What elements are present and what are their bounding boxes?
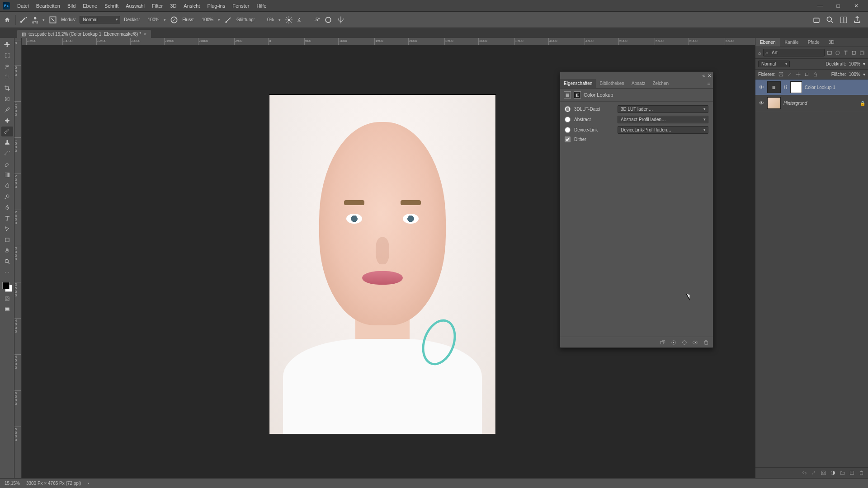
close-window-button[interactable]: ✕ [847, 1, 865, 10]
hand-tool[interactable] [1, 246, 13, 256]
layer-filter-dropdown[interactable]: Art [763, 49, 825, 56]
filter-smart-icon[interactable] [859, 50, 865, 56]
gradient-tool[interactable] [1, 170, 13, 180]
close-tab-icon[interactable]: × [144, 31, 146, 37]
tab-ebenen[interactable]: Ebenen [755, 38, 780, 47]
healing-brush-tool[interactable] [1, 116, 13, 126]
search-icon[interactable] [826, 15, 835, 24]
lock-all-icon[interactable] [812, 71, 818, 77]
arrange-docs-icon[interactable] [839, 15, 848, 24]
foreground-color-swatch[interactable] [2, 282, 9, 289]
opacity-dropdown-icon[interactable]: ▾ [164, 18, 166, 22]
reset-icon[interactable] [681, 339, 688, 346]
type-tool[interactable] [1, 213, 13, 223]
clone-stamp-tool[interactable] [1, 137, 13, 147]
add-mask-icon[interactable] [821, 470, 826, 476]
menu-auswahl[interactable]: Auswahl [122, 0, 148, 12]
tab-bibliotheken[interactable]: Bibliotheken [596, 79, 627, 88]
layer-style-icon[interactable] [811, 470, 817, 476]
layer-name[interactable]: Hintergrund [783, 101, 857, 106]
layer-mask-thumbnail[interactable] [790, 81, 802, 93]
delete-adjustment-icon[interactable] [703, 339, 709, 346]
maximize-button[interactable]: □ [829, 1, 847, 10]
visibility-icon[interactable]: 👁 [758, 100, 764, 106]
visibility-icon[interactable]: 👁 [758, 84, 764, 90]
pen-tool[interactable] [1, 202, 13, 212]
quick-mask-icon[interactable] [1, 294, 13, 304]
tab-pfade[interactable]: Pfade [803, 38, 824, 47]
panel-menu-icon[interactable]: ≡ [705, 79, 713, 88]
fill-dropdown-icon[interactable]: ▾ [863, 72, 865, 77]
frame-tool[interactable] [1, 94, 13, 104]
collapse-panel-icon[interactable]: « [702, 73, 705, 78]
panel-titlebar[interactable]: « ✕ [560, 72, 713, 79]
brush-preset-dropdown-icon[interactable]: ▾ [42, 18, 45, 22]
magic-wand-tool[interactable] [1, 72, 13, 82]
crop-tool[interactable] [1, 83, 13, 93]
layer-blend-dropdown[interactable]: Normal [758, 61, 790, 67]
abstract-dropdown[interactable]: Abstract-Profil laden… [618, 116, 708, 123]
filter-adjust-icon[interactable] [835, 50, 841, 56]
move-tool[interactable] [1, 40, 13, 50]
smoothing-dropdown-icon[interactable]: ▾ [278, 18, 281, 22]
symmetry-icon[interactable] [336, 15, 345, 24]
menu-3d[interactable]: 3D [166, 0, 180, 12]
filter-image-icon[interactable] [826, 50, 833, 56]
brush-panel-icon[interactable] [48, 15, 57, 24]
blur-tool[interactable] [1, 181, 13, 191]
delete-layer-icon[interactable] [859, 470, 864, 476]
layer-name[interactable]: Color Lookup 1 [805, 85, 865, 90]
home-icon[interactable] [3, 15, 12, 24]
airbrush-icon[interactable] [224, 15, 233, 24]
lock-position-icon[interactable] [795, 71, 801, 77]
flow-value[interactable]: 100% [198, 17, 213, 22]
minimize-button[interactable]: — [811, 1, 829, 10]
dodge-tool[interactable] [1, 192, 13, 202]
layer-thumbnail[interactable] [767, 97, 781, 109]
brush-size-value[interactable]: 678 [32, 21, 38, 24]
layer-thumbnail[interactable]: ▦ [767, 81, 781, 93]
lock-nesting-icon[interactable] [804, 71, 810, 77]
document-tab[interactable]: ▧ test.psdc bei 15,2% (Color Lookup 1, E… [17, 30, 151, 38]
menu-filter[interactable]: Filter [148, 0, 166, 12]
edit-toolbar-icon[interactable]: ⋯ [1, 267, 13, 277]
menu-bearbeiten[interactable]: Bearbeiten [33, 0, 64, 12]
opacity-value[interactable]: 100% [144, 17, 159, 22]
tab-eigenschaften[interactable]: Eigenschaften [560, 79, 596, 88]
screen-mode-icon[interactable] [1, 305, 13, 314]
view-previous-icon[interactable] [670, 339, 677, 346]
menu-ansicht[interactable]: Ansicht [180, 0, 203, 12]
new-adjustment-icon[interactable] [830, 470, 836, 476]
3dlut-dropdown[interactable]: 3D LUT laden… [618, 105, 708, 113]
new-group-icon[interactable] [840, 470, 845, 476]
opacity-dropdown-icon[interactable]: ▾ [863, 61, 865, 66]
horizontal-ruler[interactable]: -3500-3000-2500-2000-1500-1000-500050010… [22, 38, 755, 45]
history-brush-tool[interactable] [1, 148, 13, 158]
menu-fenster[interactable]: Fenster [229, 0, 253, 12]
zoom-level[interactable]: 15,15% [5, 481, 20, 486]
shape-tool[interactable] [1, 235, 13, 245]
smoothing-value[interactable]: 0% [259, 17, 274, 22]
tab-absatz[interactable]: Absatz [628, 79, 649, 88]
devicelink-radio[interactable] [565, 127, 571, 133]
filter-shape-icon[interactable] [851, 50, 857, 56]
tab-3d[interactable]: 3D [824, 38, 839, 47]
zoom-tool[interactable] [1, 257, 13, 267]
filter-type-icon[interactable] [843, 50, 849, 56]
docinfo-chevron-icon[interactable]: › [87, 481, 89, 486]
link-layers-icon[interactable] [802, 470, 807, 476]
canvas-stage[interactable]: « ✕ Eigenschaften Bibliotheken Absatz Ze… [22, 45, 755, 478]
properties-panel[interactable]: « ✕ Eigenschaften Bibliotheken Absatz Ze… [560, 71, 713, 348]
menu-hilfe[interactable]: Hilfe [253, 0, 270, 12]
brush-tool[interactable] [1, 127, 13, 136]
vertical-ruler[interactable]: 0500100015002000250030003500400045005000… [14, 38, 22, 478]
layer-opacity-value[interactable]: 100% [849, 61, 860, 66]
color-swatches[interactable] [1, 281, 13, 293]
layer-row[interactable]: 👁Hintergrund🔒 [755, 95, 868, 111]
clip-to-layer-icon[interactable] [660, 339, 666, 346]
3dlut-radio[interactable] [565, 106, 571, 112]
menu-bild[interactable]: Bild [64, 0, 79, 12]
marquee-tool[interactable] [1, 51, 13, 61]
tab-kanaele[interactable]: Kanäle [780, 38, 803, 47]
lock-transparent-icon[interactable] [778, 71, 784, 77]
